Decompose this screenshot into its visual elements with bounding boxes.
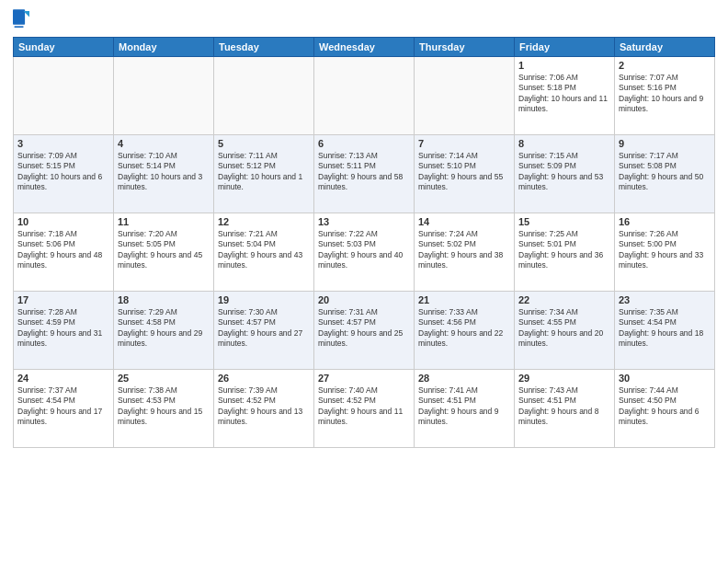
day-info: Sunrise: 7:21 AM Sunset: 5:04 PM Dayligh… — [218, 229, 310, 271]
day-number: 16 — [619, 216, 711, 227]
day-number: 6 — [318, 138, 410, 149]
calendar-cell: 9Sunrise: 7:17 AM Sunset: 5:08 PM Daylig… — [615, 135, 715, 213]
day-number: 21 — [418, 294, 510, 305]
day-info: Sunrise: 7:35 AM Sunset: 4:54 PM Dayligh… — [619, 307, 711, 350]
day-number: 30 — [619, 373, 711, 384]
day-info: Sunrise: 7:18 AM Sunset: 5:06 PM Dayligh… — [17, 229, 109, 271]
calendar-week-row: 1Sunrise: 7:06 AM Sunset: 5:18 PM Daylig… — [14, 57, 715, 135]
calendar-cell: 23Sunrise: 7:35 AM Sunset: 4:54 PM Dayli… — [615, 292, 715, 370]
calendar-cell: 28Sunrise: 7:41 AM Sunset: 4:51 PM Dayli… — [415, 370, 515, 448]
day-info: Sunrise: 7:26 AM Sunset: 5:00 PM Dayligh… — [619, 229, 711, 271]
calendar-cell: 30Sunrise: 7:44 AM Sunset: 4:50 PM Dayli… — [615, 370, 715, 448]
svg-rect-2 — [15, 26, 24, 28]
svg-rect-0 — [13, 9, 25, 24]
day-info: Sunrise: 7:20 AM Sunset: 5:05 PM Dayligh… — [118, 229, 210, 271]
day-info: Sunrise: 7:24 AM Sunset: 5:02 PM Dayligh… — [418, 229, 510, 271]
calendar-cell — [14, 57, 114, 135]
day-info: Sunrise: 7:29 AM Sunset: 4:58 PM Dayligh… — [118, 307, 210, 350]
calendar-cell: 16Sunrise: 7:26 AM Sunset: 5:00 PM Dayli… — [615, 213, 715, 292]
calendar-cell — [314, 57, 415, 135]
calendar-cell: 3Sunrise: 7:09 AM Sunset: 5:15 PM Daylig… — [14, 135, 114, 213]
day-number: 28 — [418, 373, 510, 384]
calendar-cell: 21Sunrise: 7:33 AM Sunset: 4:56 PM Dayli… — [415, 292, 515, 370]
calendar-body: 1Sunrise: 7:06 AM Sunset: 5:18 PM Daylig… — [14, 57, 715, 448]
day-number: 5 — [218, 138, 310, 149]
day-number: 19 — [218, 294, 310, 305]
page: SundayMondayTuesdayWednesdayThursdayFrid… — [0, 0, 728, 563]
calendar-cell: 6Sunrise: 7:13 AM Sunset: 5:11 PM Daylig… — [314, 135, 415, 213]
day-number: 15 — [518, 216, 610, 227]
day-info: Sunrise: 7:31 AM Sunset: 4:57 PM Dayligh… — [318, 307, 410, 350]
day-number: 14 — [418, 216, 510, 227]
day-info: Sunrise: 7:34 AM Sunset: 4:55 PM Dayligh… — [518, 307, 610, 350]
weekday-header: Friday — [515, 38, 615, 57]
day-number: 12 — [218, 216, 310, 227]
day-info: Sunrise: 7:07 AM Sunset: 5:16 PM Dayligh… — [619, 73, 711, 115]
day-number: 29 — [518, 373, 610, 384]
calendar-cell: 17Sunrise: 7:28 AM Sunset: 4:59 PM Dayli… — [14, 292, 114, 370]
calendar-cell: 1Sunrise: 7:06 AM Sunset: 5:18 PM Daylig… — [515, 57, 615, 135]
day-info: Sunrise: 7:17 AM Sunset: 5:08 PM Dayligh… — [619, 151, 711, 193]
weekday-row: SundayMondayTuesdayWednesdayThursdayFrid… — [14, 38, 715, 57]
day-info: Sunrise: 7:10 AM Sunset: 5:14 PM Dayligh… — [118, 151, 210, 193]
day-number: 2 — [619, 60, 711, 71]
calendar-week-row: 3Sunrise: 7:09 AM Sunset: 5:15 PM Daylig… — [14, 135, 715, 213]
calendar-cell: 4Sunrise: 7:10 AM Sunset: 5:14 PM Daylig… — [114, 135, 214, 213]
calendar-cell: 12Sunrise: 7:21 AM Sunset: 5:04 PM Dayli… — [214, 213, 314, 292]
day-info: Sunrise: 7:09 AM Sunset: 5:15 PM Dayligh… — [17, 151, 109, 193]
day-info: Sunrise: 7:15 AM Sunset: 5:09 PM Dayligh… — [518, 151, 610, 193]
header — [13, 9, 715, 29]
day-info: Sunrise: 7:44 AM Sunset: 4:50 PM Dayligh… — [619, 385, 711, 428]
logo — [13, 9, 33, 29]
day-info: Sunrise: 7:37 AM Sunset: 4:54 PM Dayligh… — [17, 385, 109, 428]
calendar-week-row: 17Sunrise: 7:28 AM Sunset: 4:59 PM Dayli… — [14, 292, 715, 370]
day-info: Sunrise: 7:30 AM Sunset: 4:57 PM Dayligh… — [218, 307, 310, 350]
day-info: Sunrise: 7:14 AM Sunset: 5:10 PM Dayligh… — [418, 151, 510, 193]
weekday-header: Sunday — [14, 38, 114, 57]
calendar-cell: 27Sunrise: 7:40 AM Sunset: 4:52 PM Dayli… — [314, 370, 415, 448]
day-number: 25 — [118, 373, 210, 384]
day-number: 23 — [619, 294, 711, 305]
day-number: 7 — [418, 138, 510, 149]
day-info: Sunrise: 7:06 AM Sunset: 5:18 PM Dayligh… — [518, 73, 610, 115]
day-number: 9 — [619, 138, 711, 149]
day-number: 11 — [118, 216, 210, 227]
calendar-cell: 7Sunrise: 7:14 AM Sunset: 5:10 PM Daylig… — [415, 135, 515, 213]
calendar-cell: 24Sunrise: 7:37 AM Sunset: 4:54 PM Dayli… — [14, 370, 114, 448]
day-number: 26 — [218, 373, 310, 384]
calendar-cell — [214, 57, 314, 135]
calendar-table: SundayMondayTuesdayWednesdayThursdayFrid… — [13, 37, 715, 448]
calendar-cell: 29Sunrise: 7:43 AM Sunset: 4:51 PM Dayli… — [515, 370, 615, 448]
calendar-cell: 20Sunrise: 7:31 AM Sunset: 4:57 PM Dayli… — [314, 292, 415, 370]
calendar-cell: 14Sunrise: 7:24 AM Sunset: 5:02 PM Dayli… — [415, 213, 515, 292]
day-info: Sunrise: 7:38 AM Sunset: 4:53 PM Dayligh… — [118, 385, 210, 428]
day-info: Sunrise: 7:41 AM Sunset: 4:51 PM Dayligh… — [418, 385, 510, 428]
calendar-cell: 5Sunrise: 7:11 AM Sunset: 5:12 PM Daylig… — [214, 135, 314, 213]
day-number: 10 — [17, 216, 109, 227]
day-number: 20 — [318, 294, 410, 305]
weekday-header: Thursday — [415, 38, 515, 57]
day-number: 17 — [17, 294, 109, 305]
day-number: 8 — [518, 138, 610, 149]
calendar-cell: 19Sunrise: 7:30 AM Sunset: 4:57 PM Dayli… — [214, 292, 314, 370]
calendar-cell: 13Sunrise: 7:22 AM Sunset: 5:03 PM Dayli… — [314, 213, 415, 292]
day-info: Sunrise: 7:28 AM Sunset: 4:59 PM Dayligh… — [17, 307, 109, 350]
calendar-header: SundayMondayTuesdayWednesdayThursdayFrid… — [14, 38, 715, 57]
day-number: 3 — [17, 138, 109, 149]
day-number: 13 — [318, 216, 410, 227]
day-number: 18 — [118, 294, 210, 305]
calendar-cell: 2Sunrise: 7:07 AM Sunset: 5:16 PM Daylig… — [615, 57, 715, 135]
calendar-cell: 10Sunrise: 7:18 AM Sunset: 5:06 PM Dayli… — [14, 213, 114, 292]
day-number: 1 — [518, 60, 610, 71]
day-number: 4 — [118, 138, 210, 149]
day-info: Sunrise: 7:22 AM Sunset: 5:03 PM Dayligh… — [318, 229, 410, 271]
calendar-cell: 25Sunrise: 7:38 AM Sunset: 4:53 PM Dayli… — [114, 370, 214, 448]
calendar-cell — [114, 57, 214, 135]
weekday-header: Tuesday — [214, 38, 314, 57]
calendar-week-row: 24Sunrise: 7:37 AM Sunset: 4:54 PM Dayli… — [14, 370, 715, 448]
calendar-cell: 11Sunrise: 7:20 AM Sunset: 5:05 PM Dayli… — [114, 213, 214, 292]
calendar-cell: 8Sunrise: 7:15 AM Sunset: 5:09 PM Daylig… — [515, 135, 615, 213]
calendar-cell: 26Sunrise: 7:39 AM Sunset: 4:52 PM Dayli… — [214, 370, 314, 448]
calendar-cell: 18Sunrise: 7:29 AM Sunset: 4:58 PM Dayli… — [114, 292, 214, 370]
weekday-header: Saturday — [615, 38, 715, 57]
